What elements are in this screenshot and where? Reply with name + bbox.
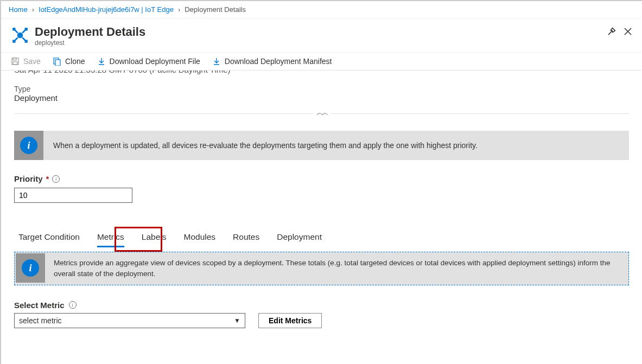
chevron-right-icon: › bbox=[32, 5, 34, 14]
info-icon[interactable]: i bbox=[52, 175, 60, 183]
svg-point-0 bbox=[17, 33, 23, 39]
page-title: Deployment Details bbox=[35, 25, 145, 39]
priority-info-text: When a deployment is updated, all device… bbox=[53, 141, 478, 151]
metrics-info-banner: i Metrics provide an aggregate view of d… bbox=[14, 252, 629, 285]
tab-bar: Target Condition Metrics Labels Modules … bbox=[14, 229, 629, 247]
chevron-up-double-icon[interactable]: ︿︿ bbox=[313, 108, 330, 117]
breadcrumb-hub[interactable]: IotEdgeAndMlHub-jrujej6de6i7w | IoT Edge bbox=[39, 5, 174, 14]
download-icon bbox=[97, 57, 106, 66]
tab-target-condition[interactable]: Target Condition bbox=[18, 229, 80, 247]
page-header: Deployment Details deploytest bbox=[1, 18, 642, 53]
deployment-icon bbox=[11, 26, 29, 44]
clone-icon bbox=[53, 57, 61, 66]
creation-date-value: Sat Apr 11 2020 21:35:28 GMT-0700 (Pacif… bbox=[14, 71, 629, 78]
breadcrumb: Home › IotEdgeAndMlHub-jrujej6de6i7w | I… bbox=[1, 1, 642, 18]
priority-input[interactable] bbox=[14, 188, 132, 203]
save-label: Save bbox=[23, 57, 41, 66]
metrics-info-text: Metrics provide an aggregate view of dev… bbox=[46, 252, 628, 284]
page-subtitle: deploytest bbox=[35, 39, 145, 47]
type-label: Type bbox=[14, 85, 629, 93]
tab-metrics[interactable]: Metrics bbox=[97, 229, 124, 247]
select-metric-label: Select Metric i bbox=[14, 301, 77, 310]
priority-info-banner: i When a deployment is updated, all devi… bbox=[14, 131, 629, 160]
clone-button[interactable]: Clone bbox=[53, 57, 85, 66]
breadcrumb-home[interactable]: Home bbox=[9, 5, 28, 14]
svg-rect-6 bbox=[13, 58, 16, 60]
close-icon[interactable] bbox=[624, 27, 632, 37]
info-icon[interactable]: i bbox=[69, 301, 77, 309]
download-manifest-button[interactable]: Download Deployment Manifest bbox=[212, 57, 332, 66]
svg-rect-3 bbox=[12, 40, 15, 43]
chevron-down-icon: ▼ bbox=[234, 317, 240, 324]
save-icon bbox=[11, 57, 20, 66]
priority-label: Priority * i bbox=[14, 174, 60, 183]
info-icon: i bbox=[16, 253, 45, 283]
chevron-right-icon: › bbox=[178, 5, 180, 14]
select-metric-value: select metric bbox=[19, 316, 62, 325]
command-bar: Save Clone Download Deployment File Down… bbox=[1, 53, 642, 71]
clone-label: Clone bbox=[65, 57, 85, 66]
svg-rect-2 bbox=[25, 28, 28, 30]
tab-deployment[interactable]: Deployment bbox=[277, 229, 322, 247]
download-icon bbox=[212, 57, 221, 66]
required-asterisk: * bbox=[46, 174, 49, 183]
svg-rect-4 bbox=[25, 40, 28, 43]
tab-routes[interactable]: Routes bbox=[233, 229, 259, 247]
type-value: Deployment bbox=[14, 93, 629, 103]
content-scroll[interactable]: Sat Apr 11 2020 21:35:28 GMT-0700 (Pacif… bbox=[1, 71, 642, 364]
select-metric-dropdown[interactable]: select metric ▼ bbox=[14, 313, 245, 328]
save-button: Save bbox=[11, 57, 41, 66]
svg-rect-1 bbox=[12, 28, 15, 30]
edit-metrics-button[interactable]: Edit Metrics bbox=[258, 313, 322, 328]
download-manifest-label: Download Deployment Manifest bbox=[225, 57, 332, 66]
pin-icon[interactable] bbox=[607, 27, 616, 37]
svg-rect-7 bbox=[13, 62, 17, 65]
info-icon: i bbox=[14, 131, 43, 160]
svg-rect-9 bbox=[55, 60, 60, 66]
tab-labels[interactable]: Labels bbox=[142, 229, 167, 247]
breadcrumb-current: Deployment Details bbox=[185, 5, 246, 14]
tab-modules[interactable]: Modules bbox=[184, 229, 216, 247]
download-file-label: Download Deployment File bbox=[110, 57, 200, 66]
collapse-divider: ︿︿ bbox=[14, 113, 629, 116]
download-file-button[interactable]: Download Deployment File bbox=[97, 57, 200, 66]
